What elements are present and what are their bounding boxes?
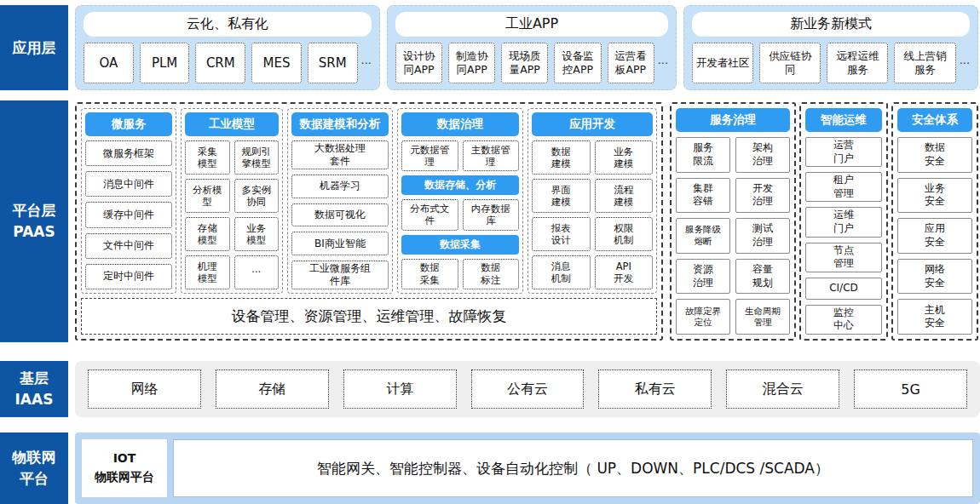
application-layer-label-text: 应用层 [13,37,56,59]
item-data-visualization: 数据可视化 [291,203,389,227]
item-architecture-governance: 架构治理 [735,137,790,173]
iaas-layer-label-cn: 基层 [20,368,49,389]
iaas-item-private-cloud: 私有云 [598,369,712,409]
app-item-oa: OA [84,43,134,83]
column-intelligent-ops-title: 智能运维 [805,108,882,132]
group-cloud-privatization-title: 云化、私有化 [84,12,372,37]
subheader-data-storage-analysis: 数据存储、分析 [401,175,519,195]
item-bi: BI商业智能 [291,232,389,255]
group-new-business-title: 新业务新模式 [692,12,970,37]
paas-main-container: 微服务 微服务框架 消息中间件 缓存中间件 文件中间件 定时中间件 工业模型 采… [75,102,663,341]
column-data-modeling-title: 数据建模和分析 [291,112,389,136]
iaas-container: 网络 存储 计算 公有云 私有云 混合云 5G [75,361,980,417]
iaas-item-network: 网络 [88,369,201,409]
item-multi-instance-collab: 多实例协同 [234,179,280,213]
iaas-item-hybrid-cloud: 混合云 [726,369,839,409]
column-app-development-items: 数据建模 业务建模 界面建模 流程建模 报表设计 权限机制 消息机制 API开发 [532,140,653,289]
app-item-online-marketing: 线上营销服务 [894,43,955,83]
data-governance-top-items: 元数据管理 主数据管理 [401,140,519,171]
column-data-modeling: 数据建模和分析 大数据处理套件 机器学习 数据可视化 BI商业智能 工业微服务组… [287,108,393,294]
iot-capabilities-text: 智能网关、智能控制器、设备自动化控制（ UP、DOWN、PLC/DCS /SCA… [173,439,973,497]
ellipsis-icon: ··· [960,43,970,83]
item-industrial-microservice-lib: 工业微服务组件库 [291,261,389,289]
app-item-mes: MES [251,43,302,83]
item-machine-learning: 机器学习 [291,175,389,198]
item-api-development: API开发 [595,255,654,289]
item-data-model: 数据建模 [532,140,591,175]
item-business-model-dev: 业务建模 [595,140,654,175]
column-data-governance-title: 数据治理 [401,112,519,136]
group-cloud-privatization-items: OA PLM CRM MES SRM ··· [84,43,372,83]
iaas-item-public-cloud: 公有云 [471,369,585,409]
ellipsis-icon: ··· [658,43,668,83]
item-analysis-model: 分析模型 [185,179,230,213]
group-industrial-app-items: 设计协同APP 制造协同APP 现场质量APP 设备监控APP 运营看板APP … [395,43,668,83]
app-item-device-monitor: 设备监控APP [554,43,601,83]
paas-layer-label-cn: 平台层 [13,200,56,221]
item-collection-model: 采集模型 [185,140,230,175]
ellipsis-icon: ··· [234,255,280,289]
item-node-mgmt: 节点管理 [805,243,882,272]
column-intelligent-ops-items: 运营门户 租户管理 运维门户 节点管理 CI/CD 监控中心 [805,137,882,335]
iaas-layer-label-en: IAAS [15,389,54,410]
iot-platform-title: IOT 物联网平台 [82,439,167,497]
ellipsis-icon: ··· [361,43,372,83]
item-host-security: 主机安全 [897,299,972,335]
item-fault-localization: 故障定界定位 [676,299,730,335]
data-collection-items: 数据采集 数据标注 [401,259,519,289]
item-tenant-mgmt: 租户管理 [805,172,882,202]
item-cache-middleware: 缓存中间件 [85,202,172,227]
item-business-security: 业务安全 [897,178,972,214]
item-storage-model: 存储模型 [185,217,230,251]
item-operation-portal: 运营门户 [805,137,882,167]
app-item-developer-community: 开发者社区 [692,43,753,83]
item-distributed-file: 分布式文件 [401,199,458,230]
app-item-plm: PLM [140,43,190,83]
item-resource-governance: 资源治理 [676,259,730,295]
iaas-layer: 基层 IAAS 网络 存储 计算 公有云 私有云 混合云 5G [0,361,980,417]
column-industrial-model-items: 采集模型 规则引擎模型 分析模型 多实例协同 存储模型 业务模型 机理模型 ··… [185,140,279,289]
group-cloud-privatization: 云化、私有化 OA PLM CRM MES SRM ··· [75,5,380,90]
item-message-middleware: 消息中间件 [85,171,172,197]
item-ui-model: 界面建模 [532,179,591,213]
application-layer: 应用层 云化、私有化 OA PLM CRM MES SRM ··· 工业APP … [0,5,980,90]
item-monitoring-center: 监控中心 [805,305,882,335]
column-microservice-title: 微服务 [85,112,172,136]
app-item-design-collab: 设计协同APP [395,43,442,83]
item-rule-engine-model: 规则引擎模型 [234,140,280,175]
item-in-memory-db: 内存数据库 [463,199,520,230]
column-data-governance: 数据治理 元数据管理 主数据管理 数据存储、分析 分布式文件 内存数据库 数据采… [397,108,523,294]
data-storage-analysis-items: 分布式文件 内存数据库 [401,199,519,230]
app-item-remote-ops: 远程运维服务 [827,43,888,83]
column-intelligent-ops: 智能运维 运营门户 租户管理 运维门户 节点管理 CI/CD 监控中心 [799,102,888,341]
paas-layer-label-en: PAAS [13,221,55,243]
item-data-labeling: 数据标注 [463,259,520,289]
item-microservice-framework: 微服务框架 [85,140,172,166]
item-permission-mechanism: 权限机制 [595,217,654,251]
application-groups: 云化、私有化 OA PLM CRM MES SRM ··· 工业APP 设计协同… [75,5,980,90]
application-layer-label: 应用层 [0,5,68,90]
column-security-system-items: 数据安全 业务安全 应用安全 网络安全 主机安全 [897,137,972,335]
iot-layer-label-line2: 平台 [20,468,49,490]
iot-title-line1: IOT [113,450,136,468]
iaas-item-storage: 存储 [216,369,329,409]
item-bigdata-suite: 大数据处理套件 [291,140,389,169]
item-test-governance: 测试治理 [735,218,790,254]
item-cicd: CI/CD [805,278,882,300]
iaas-layer-label: 基层 IAAS [0,361,68,417]
group-new-business: 新业务新模式 开发者社区 供应链协同 远程运维服务 线上营销服务 ··· [683,5,978,90]
app-item-ops-dashboard: 运营看板APP [608,43,654,83]
item-data-collection: 数据采集 [401,259,458,289]
iaas-item-compute: 计算 [343,369,457,409]
iot-container: IOT 物联网平台 智能网关、智能控制器、设备自动化控制（ UP、DOWN、PL… [75,432,980,504]
item-application-security: 应用安全 [897,218,972,254]
paas-layer: 平台层 PAAS 微服务 微服务框架 消息中间件 缓存中间件 文件中间件 定时中… [0,100,980,342]
iot-layer-content: IOT 物联网平台 智能网关、智能控制器、设备自动化控制（ UP、DOWN、PL… [68,432,980,504]
item-dev-governance: 开发治理 [735,178,790,214]
item-file-middleware: 文件中间件 [85,233,172,259]
iot-layer-label-line1: 物联网 [13,447,56,468]
column-data-modeling-items: 大数据处理套件 机器学习 数据可视化 BI商业智能 工业微服务组件库 [291,140,389,289]
item-mechanism-model: 机理模型 [185,255,230,289]
group-industrial-app: 工业APP 设计协同APP 制造协同APP 现场质量APP 设备监控APP 运营… [387,5,677,90]
iot-title-line2: 物联网平台 [95,468,154,487]
